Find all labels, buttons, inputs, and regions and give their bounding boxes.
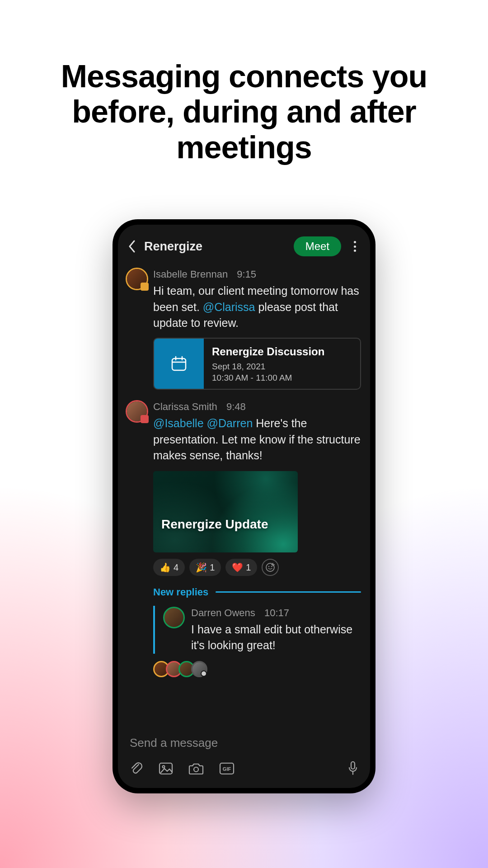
author-name: Isabelle Brennan (153, 269, 228, 280)
chat-body[interactable]: Isabelle Brennan 9:15 Hi team, our clien… (118, 264, 370, 724)
attachment-title: Renergize Update (161, 517, 268, 532)
reply-message: Darren Owens 10:17 I have a small edit b… (163, 606, 361, 654)
message-meta: Isabelle Brennan 9:15 (153, 267, 361, 281)
reaction-pill[interactable]: 🎉 1 (189, 559, 221, 576)
svg-text:GIF: GIF (223, 766, 231, 772)
message-text: Hi team, our client meeting tomorrow has… (153, 283, 361, 331)
phone-frame: Renergize Meet Isabelle Brennan 9:15 (113, 219, 375, 793)
mention[interactable]: @Clarissa (203, 301, 255, 313)
svg-point-10 (163, 766, 165, 768)
avatar[interactable] (127, 269, 147, 289)
author-name: Darren Owens (191, 607, 255, 618)
seen-avatar (191, 661, 207, 677)
meeting-card[interactable]: Renergize Discussion Sept 18, 2021 10:30… (153, 338, 361, 390)
message-input[interactable]: Send a message (129, 731, 359, 758)
hero-title: Messaging connects you before, during an… (24, 59, 464, 165)
video-status-icon (141, 283, 149, 291)
avatar[interactable] (127, 401, 147, 421)
reaction-emoji: 👍 (160, 561, 171, 574)
mention[interactable]: @Isabelle (153, 417, 204, 429)
attachment-preview[interactable]: Renergize Update (153, 471, 298, 552)
message: Isabelle Brennan 9:15 Hi team, our clien… (127, 267, 361, 390)
meet-button[interactable]: Meet (294, 236, 341, 256)
mention[interactable]: @Darren (207, 417, 253, 429)
author-name: Clarissa Smith (153, 401, 217, 412)
reactions-row: 👍 4 🎉 1 ❤️ 1 (153, 559, 361, 576)
message-time: 10:17 (264, 607, 289, 618)
composer: Send a message GIF (118, 724, 370, 788)
message-text: @Isabelle @Darren Here's the presentatio… (153, 415, 361, 464)
add-reaction-icon[interactable] (262, 559, 279, 576)
reaction-pill[interactable]: ❤️ 1 (225, 559, 257, 576)
gif-icon[interactable]: GIF (219, 762, 235, 775)
new-replies-label: New replies (153, 585, 208, 599)
seen-by-row[interactable] (153, 661, 361, 677)
svg-point-6 (271, 566, 272, 567)
new-replies-divider: New replies (153, 585, 361, 599)
message: Clarissa Smith 9:48 @Isabelle @Darren He… (127, 400, 361, 677)
dnd-status-icon (141, 415, 149, 423)
message-meta: Darren Owens 10:17 (191, 606, 361, 620)
chat-title: Renergize (144, 240, 286, 254)
camera-icon[interactable] (188, 762, 204, 775)
reply-thread: Darren Owens 10:17 I have a small edit b… (153, 606, 361, 654)
avatar[interactable] (163, 607, 185, 628)
mic-icon[interactable] (347, 761, 358, 776)
message-text: I have a small edit but otherwise it's l… (191, 622, 361, 654)
event-title: Renergize Discussion (212, 344, 324, 359)
chat-header: Renergize Meet (118, 225, 370, 264)
message-time: 9:15 (237, 269, 256, 280)
reaction-count: 1 (210, 561, 215, 574)
phone-screen: Renergize Meet Isabelle Brennan 9:15 (118, 225, 370, 788)
svg-point-5 (268, 566, 270, 567)
image-icon[interactable] (159, 762, 173, 775)
back-icon[interactable] (128, 240, 136, 253)
event-time: 10:30 AM - 11:00 AM (212, 373, 324, 384)
reaction-emoji: ❤️ (232, 561, 243, 574)
message-meta: Clarissa Smith 9:48 (153, 400, 361, 414)
reaction-pill[interactable]: 👍 4 (153, 559, 185, 576)
event-date: Sept 18, 2021 (212, 361, 324, 373)
svg-rect-0 (172, 359, 186, 370)
attach-icon[interactable] (130, 761, 143, 776)
svg-rect-14 (351, 762, 355, 769)
calendar-icon (154, 339, 204, 389)
reaction-count: 4 (174, 561, 178, 574)
more-icon[interactable] (349, 240, 360, 253)
message-time: 9:48 (226, 401, 246, 412)
reaction-emoji: 🎉 (196, 561, 207, 574)
svg-point-11 (194, 767, 198, 772)
reaction-count: 1 (246, 561, 251, 574)
